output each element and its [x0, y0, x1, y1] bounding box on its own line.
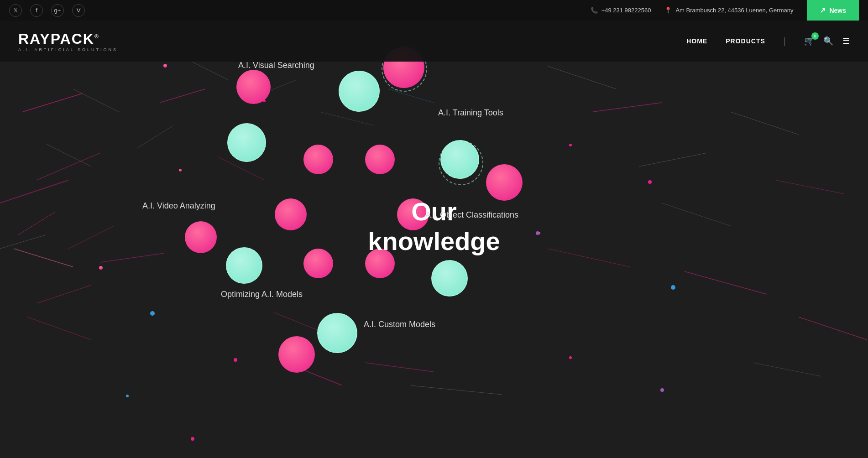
- topbar: 𝕏 f g+ V 📞 +49 231 98222560 📍 Am Brambus…: [0, 0, 868, 21]
- svg-line-26: [0, 180, 68, 203]
- scatter-dot: [99, 266, 103, 270]
- hero-center-text: Our knowledge: [368, 197, 500, 256]
- nav-products[interactable]: PRODUCTS: [726, 37, 765, 45]
- circle-pink-8: [303, 249, 333, 278]
- circle-mint-1: [339, 71, 380, 112]
- circle-pink-2: [236, 70, 271, 104]
- scatter-dot: [126, 395, 129, 397]
- circle-pink-7: [185, 221, 217, 253]
- vimeo-icon[interactable]: V: [72, 4, 85, 17]
- circle-pink-4: [365, 145, 395, 174]
- scatter-dot: [150, 311, 155, 316]
- svg-line-23: [776, 180, 844, 194]
- svg-line-29: [411, 385, 502, 395]
- nav-divider: |: [784, 36, 786, 47]
- address-contact: 📍 Am Brambusch 22, 44536 Luenen, Germany: [664, 7, 793, 14]
- svg-line-1: [37, 153, 100, 180]
- phone-icon: 📞: [591, 7, 598, 14]
- phone-contact: 📞 +49 231 98222560: [591, 7, 651, 14]
- phone-number: +49 231 98222560: [601, 7, 651, 14]
- header: RAYPACK® A.I. ARTIFICIAL SOLUTIONS HOME …: [0, 21, 868, 62]
- svg-line-30: [365, 363, 434, 372]
- news-button[interactable]: ↗ News: [807, 0, 859, 21]
- svg-line-7: [46, 144, 91, 167]
- svg-line-4: [37, 285, 91, 303]
- circle-mint-3: [226, 247, 262, 284]
- circle-pink-10: [278, 336, 315, 373]
- circle-mint-5: [440, 140, 479, 179]
- svg-line-25: [753, 363, 821, 376]
- hero-section: Our knowledge A.I. Visual Searching A.I.…: [0, 21, 868, 458]
- logo-reg: ®: [94, 33, 99, 40]
- svg-line-16: [548, 66, 616, 89]
- svg-line-2: [18, 212, 55, 235]
- label-visual-searching: A.I. Visual Searching: [238, 61, 314, 70]
- svg-line-32: [388, 89, 434, 103]
- circle-pink-right-1: [486, 164, 523, 201]
- logo-name: RAYPACK®: [18, 31, 118, 47]
- svg-line-11: [160, 89, 205, 103]
- logo: RAYPACK® A.I. ARTIFICIAL SOLUTIONS: [18, 31, 118, 52]
- circle-mint-2: [227, 123, 266, 162]
- scatter-dot: [569, 144, 572, 146]
- svg-line-21: [685, 271, 767, 294]
- location-icon: 📍: [664, 7, 672, 14]
- svg-line-8: [68, 226, 114, 249]
- hero-line2: knowledge: [368, 226, 500, 256]
- svg-line-28: [100, 253, 164, 262]
- cart-badge: 0: [811, 32, 819, 40]
- svg-line-22: [730, 112, 799, 135]
- nav-action-icons: 🛒 0 🔍 ☰: [804, 36, 850, 46]
- svg-line-19: [548, 249, 630, 267]
- svg-line-9: [137, 125, 173, 148]
- label-custom-models: A.I. Custom Models: [364, 320, 435, 329]
- scatter-dot: [671, 285, 675, 290]
- svg-line-18: [639, 153, 707, 167]
- svg-line-14: [274, 312, 319, 331]
- svg-line-20: [662, 203, 730, 226]
- scatter-dot: [179, 169, 182, 172]
- scatter-dot: [569, 356, 572, 359]
- scatter-dot: [660, 388, 664, 392]
- social-icons: 𝕏 f g+ V: [9, 4, 85, 17]
- googleplus-icon[interactable]: g+: [51, 4, 64, 17]
- label-training-tools: A.I. Training Tools: [438, 108, 503, 118]
- address-text: Am Brambusch 22, 44536 Luenen, Germany: [675, 7, 793, 14]
- circle-mint-6: [431, 260, 468, 297]
- scatter-dot: [234, 358, 237, 362]
- search-icon[interactable]: 🔍: [823, 36, 833, 46]
- svg-line-17: [593, 103, 662, 112]
- facebook-icon[interactable]: f: [30, 4, 43, 17]
- svg-line-24: [799, 317, 867, 340]
- news-label: News: [829, 7, 846, 14]
- svg-line-31: [319, 112, 374, 125]
- svg-line-5: [27, 317, 91, 340]
- svg-line-6: [73, 89, 119, 112]
- news-arrow-icon: ↗: [820, 6, 826, 15]
- svg-line-3: [14, 249, 73, 267]
- scatter-dot: [163, 64, 167, 68]
- scatter-dot: [191, 437, 194, 441]
- menu-icon[interactable]: ☰: [842, 36, 850, 46]
- topbar-right: 📞 +49 231 98222560 📍 Am Brambusch 22, 44…: [591, 0, 859, 21]
- logo-tagline: A.I. ARTIFICIAL SOLUTIONS: [18, 47, 118, 52]
- nav-home[interactable]: HOME: [686, 37, 707, 45]
- svg-line-0: [23, 94, 82, 112]
- circle-pink-3: [303, 145, 333, 174]
- label-optimizing-models: Optimizing A.I. Models: [221, 290, 303, 299]
- circle-pink-5: [275, 198, 307, 230]
- hero-line1: Our: [368, 197, 500, 226]
- cart-icon[interactable]: 🛒 0: [804, 36, 814, 46]
- svg-line-27: [0, 235, 46, 249]
- circle-mint-4: [317, 313, 357, 353]
- twitter-icon[interactable]: 𝕏: [9, 4, 22, 17]
- logo-text: RAYPACK: [18, 31, 94, 47]
- label-video-analyzing: A.I. Video Analyzing: [142, 201, 215, 211]
- navigation: HOME PRODUCTS | 🛒 0 🔍 ☰: [686, 36, 850, 47]
- scatter-dot: [648, 180, 652, 184]
- scatter-dot: [536, 231, 539, 235]
